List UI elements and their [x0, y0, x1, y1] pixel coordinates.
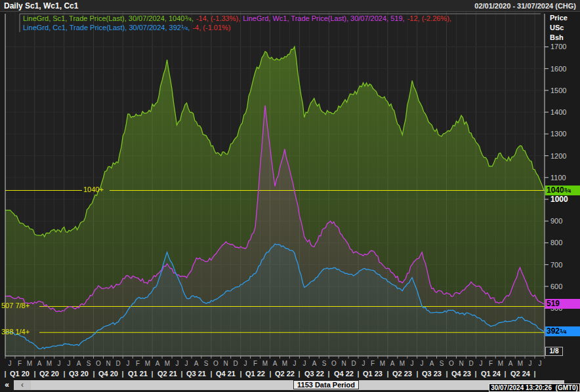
legend-row-1: LineGrd, Sc1, Trade Price(Last), 30/07/2… — [23, 14, 451, 23]
app-window: Daily Sc1, Wc1, Cc1 02/01/2020 - 31/07/2… — [0, 0, 580, 392]
legend-change-sc1: -14, (-1.33%), — [196, 14, 240, 22]
min-move-box: 1/8 — [545, 347, 563, 356]
legend-entry-wc1: LineGrd, Wc1, Trade Price(Last), 30/07/2… — [243, 14, 404, 22]
legend: LineGrd, Sc1, Trade Price(Last), 30/07/2… — [23, 14, 451, 32]
title-bar: Daily Sc1, Wc1, Cc1 02/01/2020 - 31/07/2… — [0, 0, 580, 12]
date-range: 02/01/2020 - 31/07/2024 (CHG) — [474, 2, 576, 10]
scroll-far-left-button[interactable]: « — [0, 380, 14, 390]
scroll-left-button[interactable]: ‹ — [14, 380, 31, 390]
clock-timestamp: 30/07/2024 13:20:26 (GMT0) — [489, 383, 580, 392]
legend-entry-cc1: LineGrd, Cc1, Trade Price(Last), 30/07/2… — [23, 24, 190, 31]
alert-line-label-388-1-4[interactable]: 388 1/4+ — [1, 328, 30, 336]
alert-line-label-1040[interactable]: 1040+ — [83, 186, 104, 194]
legend-entry-sc1: LineGrd, Sc1, Trade Price(Last), 30/07/2… — [23, 14, 194, 22]
scroll-track[interactable]: 1153 Data Period — [31, 380, 552, 390]
price-badge-sc1: 10403⁄4 — [545, 186, 580, 195]
price-badge-cc1: 3921⁄4 — [545, 326, 580, 336]
chart-title: Daily Sc1, Wc1, Cc1 — [4, 1, 78, 10]
price-badge-wc1: 519⁄ — [545, 299, 580, 309]
alert-line-label-507-7-8[interactable]: 507 7/8+ — [1, 302, 30, 310]
legend-change-cc1: -4, (-1.01%) — [192, 24, 230, 31]
legend-row-2: LineGrd, Cc1, Trade Price(Last), 30/07/2… — [23, 23, 451, 32]
price-axis-unit-header: Price USc Bsh — [550, 13, 568, 43]
legend-change-wc1: -12, (-2.26%), — [407, 14, 451, 22]
chart-plot[interactable] — [0, 0, 580, 392]
data-period-box: 1153 Data Period — [293, 380, 359, 389]
